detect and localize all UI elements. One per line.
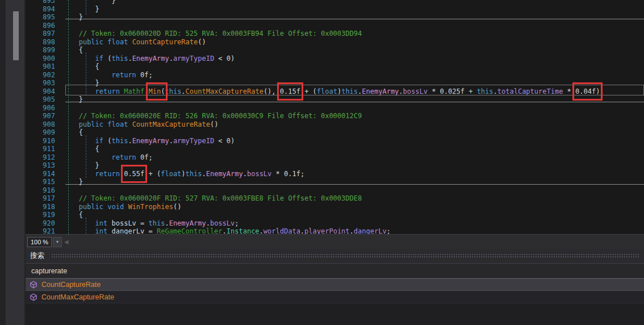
- search-input-row: [26, 264, 644, 278]
- code-token: [66, 120, 79, 128]
- code-line[interactable]: [66, 104, 604, 113]
- code-line[interactable]: if (this.EnemyArmy.armyTypeID < 0): [66, 137, 604, 145]
- code-token: [128, 38, 132, 46]
- code-token: < 0): [214, 137, 235, 145]
- search-result-row[interactable]: CountMaxCaptureRate: [26, 291, 644, 303]
- code-line[interactable]: }: [66, 178, 604, 186]
- code-line[interactable]: return Mathf.Min(this.CountMaxCaptureRat…: [66, 88, 604, 96]
- code-token: (): [198, 38, 206, 46]
- code-token: this: [165, 88, 181, 95]
- code-token: }: [66, 5, 99, 13]
- line-number: 907: [26, 112, 55, 120]
- code-token: ;: [600, 88, 604, 95]
- code-line[interactable]: }: [66, 95, 604, 104]
- search-result-label: CountMaxCaptureRate: [41, 293, 114, 301]
- line-number: 910: [26, 137, 55, 145]
- code-token: return: [95, 88, 120, 95]
- status-bar: 100 % ▾ ◀: [26, 234, 644, 249]
- code-line[interactable]: {: [66, 211, 604, 219]
- code-token: .: [399, 88, 403, 95]
- code-line[interactable]: {: [66, 145, 604, 153]
- vertical-scrollbar-thumb[interactable]: [13, 11, 19, 60]
- line-number: 921: [26, 227, 55, 234]
- code-token: + (: [300, 88, 317, 95]
- code-token: [66, 219, 95, 227]
- code-token: }: [66, 161, 99, 169]
- line-number: 909: [26, 128, 55, 137]
- code-token: .: [260, 227, 264, 234]
- code-token: [66, 88, 95, 95]
- code-token: .: [128, 137, 132, 145]
- code-token: ;: [387, 227, 391, 234]
- code-token: }: [66, 0, 116, 5]
- code-token: .: [202, 170, 206, 178]
- code-line[interactable]: }: [66, 161, 604, 170]
- scroll-left-button[interactable]: ◀: [64, 239, 69, 245]
- code-line[interactable]: // Token: 0x0600020F RID: 527 RVA: 0x000…: [66, 194, 604, 203]
- zoom-dropdown-button[interactable]: ▾: [53, 237, 62, 247]
- grip-dots: [51, 253, 639, 259]
- line-number: 900: [26, 55, 55, 63]
- code-token: public: [79, 120, 103, 128]
- code-token: {: [66, 63, 99, 70]
- line-number: 906: [26, 104, 55, 113]
- search-result-label: CountCaptureRate: [41, 281, 101, 289]
- code-token: .: [165, 219, 169, 227]
- code-line[interactable]: if (this.EnemyArmy.armyTypeID < 0): [66, 55, 604, 63]
- code-line[interactable]: public void WinTrophies(): [66, 203, 604, 211]
- code-token: [66, 137, 95, 145]
- code-token: this: [186, 170, 202, 178]
- code-line[interactable]: public float CountMaxCaptureRate(): [66, 120, 604, 129]
- code-token: EnemyArmy: [206, 170, 243, 178]
- code-token: bossLv: [247, 170, 271, 178]
- code-token: }: [66, 79, 99, 87]
- code-token: bossLv: [210, 219, 235, 227]
- search-result-row[interactable]: CountCaptureRate: [26, 278, 644, 291]
- code-token: this: [341, 88, 358, 95]
- code-line[interactable]: [66, 186, 604, 195]
- code-token: .: [494, 88, 497, 95]
- code-editor-pane[interactable]: 8938948958968978988999009019029039049059…: [26, 0, 644, 234]
- search-panel-title: 搜索: [30, 251, 44, 261]
- code-token: return: [95, 170, 120, 178]
- code-token: if: [95, 55, 103, 63]
- code-token: Instance: [227, 227, 260, 234]
- code-token: int: [95, 219, 108, 227]
- code-token: // Token: 0x0600020F RID: 527 RVA: 0x000…: [79, 194, 362, 202]
- code-line[interactable]: {: [66, 63, 604, 71]
- code-line[interactable]: [66, 22, 604, 30]
- code-line[interactable]: return 0f;: [66, 153, 604, 162]
- code-line[interactable]: int bossLv = this.EnemyArmy.bossLv;: [66, 219, 604, 228]
- code-token: 0f;: [136, 153, 153, 161]
- search-panel-header: 搜索: [26, 249, 644, 264]
- code-token: {: [66, 128, 83, 136]
- line-number: 916: [26, 186, 55, 195]
- code-token: EnemyArmy: [132, 137, 169, 145]
- code-line[interactable]: return 0f;: [66, 71, 604, 80]
- code-lines[interactable]: } } } // Token: 0x0600020D RID: 525 RVA:…: [66, 0, 604, 234]
- code-line[interactable]: }: [66, 5, 604, 14]
- code-line[interactable]: // Token: 0x0600020E RID: 526 RVA: 0x000…: [66, 112, 604, 120]
- code-line[interactable]: {: [66, 128, 604, 137]
- code-token: public: [79, 38, 103, 46]
- annotation-box: 0.55f: [124, 170, 144, 178]
- line-number: 915: [26, 178, 55, 186]
- method-icon: [30, 293, 37, 301]
- code-token: EnemyArmy: [169, 219, 206, 227]
- code-token: return: [111, 71, 136, 79]
- search-input[interactable]: [30, 266, 639, 276]
- code-line[interactable]: }: [66, 79, 604, 88]
- code-token: (): [173, 203, 181, 211]
- code-token: {: [66, 46, 83, 54]
- code-line[interactable]: int dangerLv = ReGameController.Instance…: [66, 227, 604, 234]
- code-line[interactable]: public float CountCaptureRate(): [66, 38, 604, 47]
- code-line[interactable]: // Token: 0x0600020D RID: 525 RVA: 0x000…: [66, 30, 604, 38]
- code-line[interactable]: {: [66, 46, 604, 55]
- zoom-level-control[interactable]: 100 %: [27, 237, 52, 247]
- code-line[interactable]: return 0.55f + (float)this.EnemyArmy.bos…: [66, 170, 604, 178]
- code-line[interactable]: }: [66, 0, 604, 5]
- line-number: 895: [26, 13, 55, 22]
- line-number: 897: [26, 30, 55, 38]
- code-line[interactable]: }: [66, 13, 604, 22]
- line-number: 899: [26, 46, 55, 55]
